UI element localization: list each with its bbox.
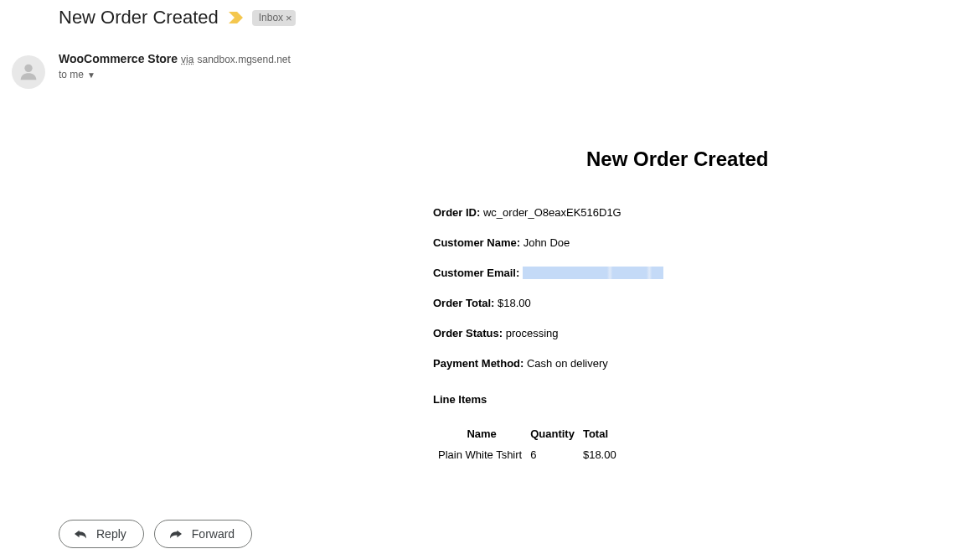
recipient-text: to me xyxy=(59,69,84,80)
forward-label: Forward xyxy=(192,527,235,541)
col-total: Total xyxy=(583,427,623,447)
payment-method-field: Payment Method: Cash on delivery xyxy=(433,357,980,370)
email-body: New Order Created Order ID: wc_order_O8e… xyxy=(433,148,980,463)
payment-method-label: Payment Method: xyxy=(433,357,524,370)
item-name: Plain White Tshirt xyxy=(435,448,529,461)
order-id-value: wc_order_O8eaxEK516D1G xyxy=(483,206,622,219)
email-header: New Order Created Inbox × xyxy=(0,7,980,28)
customer-email-label: Customer Email: xyxy=(433,267,519,279)
order-id-field: Order ID: wc_order_O8eaxEK516D1G xyxy=(433,206,980,219)
payment-method-value: Cash on delivery xyxy=(527,357,608,370)
svg-point-0 xyxy=(24,65,32,72)
body-title: New Order Created xyxy=(433,148,980,171)
item-quantity: 6 xyxy=(530,448,581,461)
sender-info: WooCommerce Store via sandbox.mgsend.net… xyxy=(59,52,980,80)
avatar[interactable] xyxy=(12,55,45,89)
forward-icon xyxy=(168,528,183,540)
reply-label: Reply xyxy=(96,527,126,541)
order-status-label: Order Status: xyxy=(433,327,503,339)
item-total: $18.00 xyxy=(583,448,623,461)
order-total-field: Order Total: $18.00 xyxy=(433,297,980,309)
chevron-down-icon[interactable]: ▼ xyxy=(87,70,95,80)
customer-name-value: John Doe xyxy=(524,236,570,249)
inbox-label-chip[interactable]: Inbox × xyxy=(252,10,296,26)
customer-name-field: Customer Name: John Doe xyxy=(433,236,980,249)
line-items-title: Line Items xyxy=(433,393,980,406)
order-status-field: Order Status: processing xyxy=(433,327,980,339)
forward-button[interactable]: Forward xyxy=(154,520,252,548)
reply-icon xyxy=(73,528,88,540)
order-total-label: Order Total: xyxy=(433,297,494,309)
via-domain: sandbox.mgsend.net xyxy=(197,54,290,65)
sender-name: WooCommerce Store xyxy=(59,52,178,65)
customer-email-redacted xyxy=(523,267,663,279)
label-text: Inbox xyxy=(259,12,283,23)
customer-name-label: Customer Name: xyxy=(433,236,520,249)
sender-row: WooCommerce Store via sandbox.mgsend.net… xyxy=(0,52,980,89)
action-buttons: Reply Forward xyxy=(0,520,980,548)
line-items-table: Name Quantity Total Plain White Tshirt 6… xyxy=(433,426,625,463)
email-subject: New Order Created xyxy=(59,7,219,28)
order-status-value: processing xyxy=(506,327,559,339)
table-row: Plain White Tshirt 6 $18.00 xyxy=(435,448,623,461)
order-id-label: Order ID: xyxy=(433,206,480,219)
important-marker-icon[interactable] xyxy=(229,11,244,24)
order-total-value: $18.00 xyxy=(498,297,531,309)
close-icon[interactable]: × xyxy=(286,12,292,24)
customer-email-field: Customer Email: xyxy=(433,267,980,279)
recipient-line[interactable]: to me ▼ xyxy=(59,69,980,80)
col-quantity: Quantity xyxy=(530,427,581,447)
via-label: via xyxy=(181,54,193,65)
reply-button[interactable]: Reply xyxy=(59,520,144,548)
col-name: Name xyxy=(435,427,529,447)
